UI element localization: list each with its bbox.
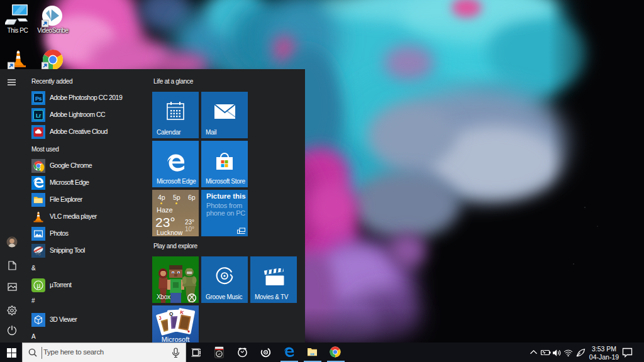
svg-text:Lr: Lr (36, 112, 42, 119)
svg-text:Ps: Ps (35, 96, 42, 102)
svg-text:Q: Q (169, 311, 174, 317)
svg-text:µ: µ (36, 282, 40, 289)
